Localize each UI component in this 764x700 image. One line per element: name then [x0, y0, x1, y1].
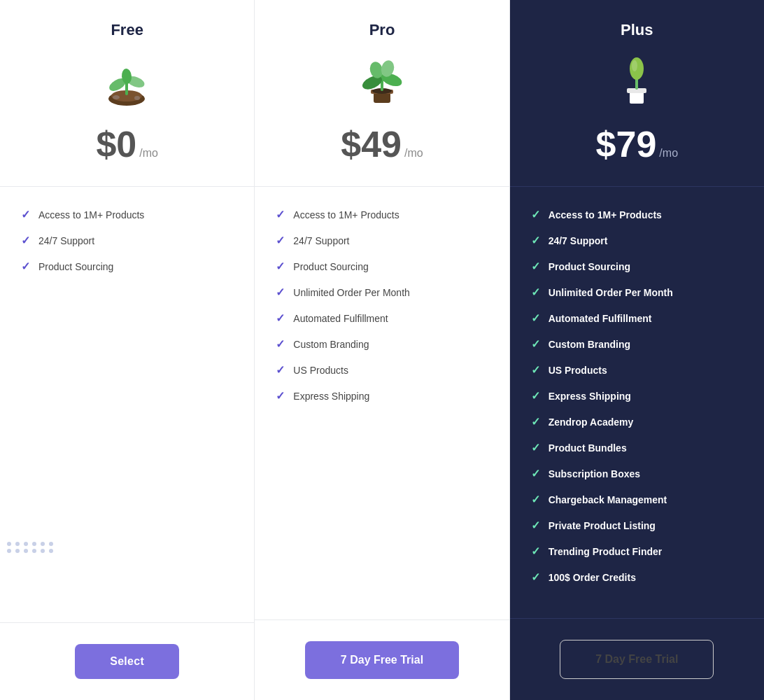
- list-item: ✓ Custom Branding: [276, 337, 488, 351]
- feature-label: US Products: [293, 365, 348, 376]
- list-item: ✓ Chargeback Management: [531, 493, 743, 506]
- list-item: ✓ US Products: [531, 363, 743, 377]
- seedling-free-svg: [101, 55, 153, 108]
- plan-free-period: /mo: [139, 147, 158, 160]
- svg-point-3: [134, 96, 140, 100]
- list-item: ✓ Unlimited Order Per Month: [276, 286, 488, 299]
- dot: [24, 549, 28, 553]
- feature-label: Custom Branding: [549, 339, 630, 350]
- check-icon: ✓: [531, 570, 540, 584]
- svg-point-20: [632, 60, 637, 71]
- list-item: ✓ Product Sourcing: [531, 260, 743, 273]
- pro-trial-button[interactable]: 7 Day Free Trial: [305, 641, 459, 679]
- check-icon: ✓: [531, 260, 540, 273]
- dot: [15, 542, 20, 546]
- list-item: ✓ Automated Fulfillment: [531, 312, 743, 325]
- check-icon: ✓: [276, 260, 285, 273]
- plan-pro-title: Pro: [269, 21, 495, 39]
- check-icon: ✓: [531, 312, 540, 325]
- feature-label: Unlimited Order Per Month: [293, 287, 410, 298]
- check-icon: ✓: [276, 337, 285, 351]
- plan-free-price: $0 /mo: [14, 123, 240, 172]
- list-item: ✓ Express Shipping: [531, 389, 743, 402]
- plan-free: Free: [0, 0, 255, 700]
- list-item: ✓ 24/7 Support: [531, 234, 743, 247]
- plan-plus-cta: 7 Day Free Trial: [510, 619, 764, 700]
- plus-trial-button[interactable]: 7 Day Free Trial: [560, 640, 714, 679]
- feature-label: Product Sourcing: [38, 261, 113, 272]
- dot: [32, 542, 36, 546]
- list-item: ✓ US Products: [276, 363, 488, 377]
- dot: [49, 542, 53, 546]
- check-icon: ✓: [276, 363, 285, 377]
- check-icon: ✓: [276, 389, 285, 402]
- check-icon: ✓: [531, 441, 540, 454]
- list-item: ✓ Automated Fulfillment: [276, 312, 488, 325]
- check-icon: ✓: [531, 467, 540, 480]
- plan-plus-title: Plus: [524, 21, 750, 39]
- list-item: ✓ 100$ Order Credits: [531, 570, 743, 584]
- check-icon: ✓: [531, 493, 540, 506]
- plan-free-cta: Select: [0, 623, 254, 700]
- check-icon: ✓: [531, 337, 540, 351]
- check-icon: ✓: [276, 234, 285, 247]
- plan-pro-period: /mo: [404, 147, 423, 160]
- dot: [41, 549, 45, 553]
- plan-pro-cta: 7 Day Free Trial: [255, 620, 509, 700]
- feature-label: 24/7 Support: [38, 235, 94, 246]
- plan-pro-price: $49 /mo: [269, 123, 495, 172]
- list-item: ✓ Access to 1M+ Products: [531, 208, 743, 221]
- select-button[interactable]: Select: [75, 644, 179, 679]
- check-icon: ✓: [21, 234, 30, 247]
- check-icon: ✓: [531, 234, 540, 247]
- list-item: ✓ Product Sourcing: [21, 260, 233, 273]
- list-item: ✓ 24/7 Support: [276, 234, 488, 247]
- feature-label: Access to 1M+ Products: [38, 209, 144, 220]
- plan-free-features: ✓ Access to 1M+ Products ✓ 24/7 Support …: [0, 187, 254, 623]
- plan-pro-features: ✓ Access to 1M+ Products ✓ 24/7 Support …: [255, 187, 509, 620]
- feature-label: Automated Fulfillment: [549, 313, 652, 324]
- check-icon: ✓: [276, 312, 285, 325]
- list-item: ✓ Private Product Listing: [531, 519, 743, 532]
- dot: [15, 549, 20, 553]
- feature-label: Trending Product Finder: [549, 546, 663, 557]
- feature-label: Express Shipping: [293, 391, 369, 402]
- list-item: ✓ Product Sourcing: [276, 260, 488, 273]
- dot: [49, 549, 53, 553]
- list-item: ✓ Access to 1M+ Products: [276, 208, 488, 221]
- plan-pro-icon: [354, 53, 410, 109]
- list-item: ✓ Unlimited Order Per Month: [531, 286, 743, 299]
- check-icon: ✓: [21, 260, 30, 273]
- list-item: ✓ Product Bundles: [531, 441, 743, 454]
- list-item: ✓ Subscription Boxes: [531, 467, 743, 480]
- check-icon: ✓: [531, 389, 540, 402]
- plan-plus-period: /mo: [659, 147, 678, 160]
- dot: [7, 549, 11, 553]
- plan-free-header: Free: [0, 0, 254, 187]
- seedling-pro-svg: [354, 53, 410, 109]
- plan-pro: Pro: [255, 0, 509, 700]
- feature-label: 24/7 Support: [549, 235, 608, 246]
- list-item: ✓ Express Shipping: [276, 389, 488, 402]
- feature-label: Automated Fulfillment: [293, 313, 388, 324]
- check-icon: ✓: [531, 363, 540, 377]
- plan-plus-header: Plus $79 /mo: [510, 0, 764, 187]
- feature-label: Product Sourcing: [549, 261, 630, 272]
- feature-label: Subscription Boxes: [549, 468, 640, 479]
- feature-label: Zendrop Academy: [549, 416, 634, 428]
- feature-label: Custom Branding: [293, 339, 369, 350]
- plan-plus: Plus $79 /mo: [510, 0, 764, 700]
- feature-label: Product Sourcing: [293, 261, 368, 272]
- list-item: ✓ Zendrop Academy: [531, 415, 743, 428]
- plan-pro-amount: $49: [341, 123, 402, 165]
- dot: [41, 542, 45, 546]
- check-icon: ✓: [276, 286, 285, 299]
- plan-plus-amount: $79: [596, 123, 657, 165]
- feature-label: Access to 1M+ Products: [549, 209, 662, 220]
- dots-decoration: [7, 542, 55, 553]
- plan-plus-price: $79 /mo: [524, 123, 750, 172]
- check-icon: ✓: [276, 208, 285, 221]
- feature-label: Access to 1M+ Products: [293, 209, 399, 220]
- list-item: ✓ Trending Product Finder: [531, 545, 743, 558]
- plan-plus-icon: [609, 53, 665, 109]
